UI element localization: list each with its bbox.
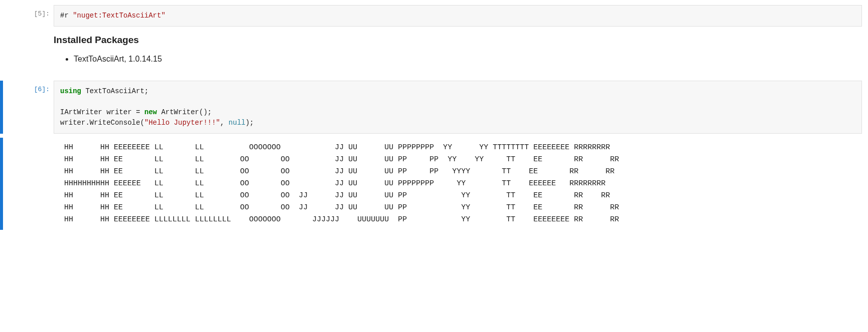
code-input-area[interactable]: #r "nuget:TextToAsciiArt" (54, 5, 862, 27)
cell-left-bar (0, 5, 3, 77)
cell-output: Installed Packages TextToAsciiArt, 1.0.1… (54, 27, 868, 77)
output-cell: HH HH EEEEEEEE LL LL OOOOOOO JJ UU UU PP… (0, 138, 868, 230)
code-cell: [6]: using TextToAsciiArt; IArtWriter wr… (0, 81, 868, 134)
package-list: TextToAsciiArt, 1.0.14.15 (54, 53, 868, 66)
code-input-area[interactable]: using TextToAsciiArt; IArtWriter writer … (54, 81, 862, 134)
code-cell: [5]: #r "nuget:TextToAsciiArt" Installed… (0, 5, 868, 77)
input-prompt: [6]: (7, 81, 54, 93)
cell-left-bar-active (0, 81, 3, 134)
input-prompt: [5]: (7, 5, 54, 18)
cell-left-bar-active (0, 138, 3, 230)
output-prompt (7, 138, 54, 143)
ascii-art-output: HH HH EEEEEEEE LL LL OOOOOOO JJ UU UU PP… (54, 138, 868, 230)
package-item: TextToAsciiArt, 1.0.14.15 (74, 53, 868, 66)
installed-packages-heading: Installed Packages (54, 35, 868, 46)
